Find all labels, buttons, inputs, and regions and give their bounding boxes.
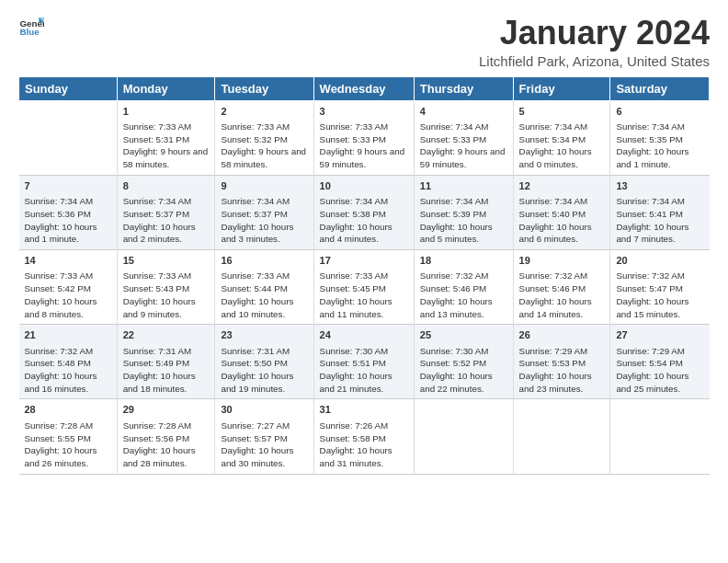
calendar-cell: 24Sunrise: 7:30 AMSunset: 5:51 PMDayligh… [313,325,414,399]
day-number: 17 [320,254,408,268]
calendar-cell: 12Sunrise: 7:34 AMSunset: 5:40 PMDayligh… [513,175,610,249]
day-number: 29 [123,403,210,417]
calendar-cell: 27Sunrise: 7:29 AMSunset: 5:54 PMDayligh… [610,325,710,399]
calendar-cell: 18Sunrise: 7:32 AMSunset: 5:46 PMDayligh… [414,250,513,325]
title-block: January 2024 Litchfield Park, Arizona, U… [479,15,710,69]
header-row: Sunday Monday Tuesday Wednesday Thursday… [19,76,710,100]
calendar-cell [414,399,513,474]
day-info: Sunrise: 7:32 AMSunset: 5:47 PMDaylight:… [616,270,703,320]
day-info: Sunrise: 7:33 AMSunset: 5:43 PMDaylight:… [123,270,210,320]
day-number: 3 [320,105,408,119]
logo-icon: General Blue [18,15,44,40]
calendar-cell [19,100,118,175]
day-info: Sunrise: 7:33 AMSunset: 5:33 PMDaylight:… [320,121,408,171]
day-info: Sunrise: 7:34 AMSunset: 5:39 PMDaylight:… [420,195,507,246]
calendar-week-1: 1Sunrise: 7:33 AMSunset: 5:31 PMDaylight… [19,100,710,175]
col-saturday: Saturday [610,76,710,100]
day-number: 15 [123,254,210,268]
calendar-cell: 28Sunrise: 7:28 AMSunset: 5:55 PMDayligh… [19,399,118,474]
calendar-cell: 31Sunrise: 7:26 AMSunset: 5:58 PMDayligh… [313,399,414,474]
day-number: 30 [221,403,307,417]
day-info: Sunrise: 7:33 AMSunset: 5:42 PMDaylight:… [25,270,111,320]
day-info: Sunrise: 7:34 AMSunset: 5:40 PMDaylight:… [519,195,605,246]
day-info: Sunrise: 7:29 AMSunset: 5:54 PMDaylight:… [616,345,703,396]
day-info: Sunrise: 7:29 AMSunset: 5:53 PMDaylight:… [519,345,605,396]
day-info: Sunrise: 7:34 AMSunset: 5:37 PMDaylight:… [123,195,210,246]
calendar-cell: 15Sunrise: 7:33 AMSunset: 5:43 PMDayligh… [117,250,215,325]
day-info: Sunrise: 7:27 AMSunset: 5:57 PMDaylight:… [221,419,307,470]
day-number: 5 [519,105,605,119]
calendar-cell: 16Sunrise: 7:33 AMSunset: 5:44 PMDayligh… [215,250,313,325]
col-tuesday: Tuesday [215,76,313,100]
col-monday: Monday [117,76,215,100]
day-info: Sunrise: 7:34 AMSunset: 5:36 PMDaylight:… [25,195,111,246]
calendar-cell [513,399,610,474]
calendar-week-3: 14Sunrise: 7:33 AMSunset: 5:42 PMDayligh… [19,250,710,325]
day-info: Sunrise: 7:34 AMSunset: 5:34 PMDaylight:… [519,121,605,171]
day-info: Sunrise: 7:34 AMSunset: 5:37 PMDaylight:… [221,195,307,246]
day-info: Sunrise: 7:34 AMSunset: 5:33 PMDaylight:… [420,121,507,171]
calendar-cell: 14Sunrise: 7:33 AMSunset: 5:42 PMDayligh… [19,250,118,325]
calendar-cell: 1Sunrise: 7:33 AMSunset: 5:31 PMDaylight… [117,100,215,175]
day-info: Sunrise: 7:33 AMSunset: 5:31 PMDaylight:… [123,121,210,171]
calendar-cell: 17Sunrise: 7:33 AMSunset: 5:45 PMDayligh… [313,250,414,325]
day-number: 19 [519,254,605,268]
location: Litchfield Park, Arizona, United States [479,53,710,69]
calendar-cell: 23Sunrise: 7:31 AMSunset: 5:50 PMDayligh… [215,325,313,399]
day-number: 12 [519,179,605,193]
day-info: Sunrise: 7:28 AMSunset: 5:55 PMDaylight:… [25,419,111,470]
calendar-cell: 8Sunrise: 7:34 AMSunset: 5:37 PMDaylight… [117,175,215,249]
day-number: 13 [616,179,703,193]
calendar-week-4: 21Sunrise: 7:32 AMSunset: 5:48 PMDayligh… [19,325,710,399]
day-number: 24 [320,328,408,342]
day-number: 28 [25,403,111,417]
day-info: Sunrise: 7:32 AMSunset: 5:48 PMDaylight:… [25,345,111,396]
page-container: General Blue January 2024 Litchfield Par… [0,0,728,484]
calendar-cell: 19Sunrise: 7:32 AMSunset: 5:46 PMDayligh… [513,250,610,325]
day-number: 27 [616,328,703,342]
day-number: 25 [420,328,507,342]
day-number: 21 [25,328,111,342]
day-number: 31 [320,403,408,417]
day-number: 14 [25,254,111,268]
calendar-week-5: 28Sunrise: 7:28 AMSunset: 5:55 PMDayligh… [19,399,710,474]
day-number: 7 [25,179,111,193]
calendar-cell: 3Sunrise: 7:33 AMSunset: 5:33 PMDaylight… [313,100,414,175]
calendar-table: Sunday Monday Tuesday Wednesday Thursday… [18,76,710,475]
day-number: 1 [123,105,210,119]
calendar-cell: 26Sunrise: 7:29 AMSunset: 5:53 PMDayligh… [513,325,610,399]
day-number: 2 [221,105,307,119]
col-sunday: Sunday [19,76,118,100]
svg-text:Blue: Blue [19,27,40,37]
calendar-cell: 9Sunrise: 7:34 AMSunset: 5:37 PMDaylight… [215,175,313,249]
calendar-week-2: 7Sunrise: 7:34 AMSunset: 5:36 PMDaylight… [19,175,710,249]
day-info: Sunrise: 7:32 AMSunset: 5:46 PMDaylight:… [420,270,507,320]
calendar-cell: 22Sunrise: 7:31 AMSunset: 5:49 PMDayligh… [117,325,215,399]
day-info: Sunrise: 7:34 AMSunset: 5:35 PMDaylight:… [616,121,703,171]
day-info: Sunrise: 7:31 AMSunset: 5:50 PMDaylight:… [221,345,307,396]
col-wednesday: Wednesday [313,76,414,100]
calendar-cell [610,399,710,474]
calendar-cell: 13Sunrise: 7:34 AMSunset: 5:41 PMDayligh… [610,175,710,249]
calendar-cell: 29Sunrise: 7:28 AMSunset: 5:56 PMDayligh… [117,399,215,474]
day-number: 22 [123,328,210,342]
day-number: 8 [123,179,210,193]
day-number: 11 [420,179,507,193]
calendar-cell: 30Sunrise: 7:27 AMSunset: 5:57 PMDayligh… [215,399,313,474]
day-number: 6 [616,105,703,119]
calendar-cell: 21Sunrise: 7:32 AMSunset: 5:48 PMDayligh… [19,325,118,399]
day-number: 10 [320,179,408,193]
day-number: 26 [519,328,605,342]
logo: General Blue [18,15,44,40]
day-number: 18 [420,254,507,268]
day-info: Sunrise: 7:30 AMSunset: 5:51 PMDaylight:… [320,345,408,396]
day-number: 9 [221,179,307,193]
day-info: Sunrise: 7:26 AMSunset: 5:58 PMDaylight:… [320,419,408,470]
calendar-cell: 4Sunrise: 7:34 AMSunset: 5:33 PMDaylight… [414,100,513,175]
day-number: 16 [221,254,307,268]
day-info: Sunrise: 7:31 AMSunset: 5:49 PMDaylight:… [123,345,210,396]
calendar-cell: 10Sunrise: 7:34 AMSunset: 5:38 PMDayligh… [313,175,414,249]
calendar-cell: 25Sunrise: 7:30 AMSunset: 5:52 PMDayligh… [414,325,513,399]
day-number: 23 [221,328,307,342]
calendar-cell: 20Sunrise: 7:32 AMSunset: 5:47 PMDayligh… [610,250,710,325]
